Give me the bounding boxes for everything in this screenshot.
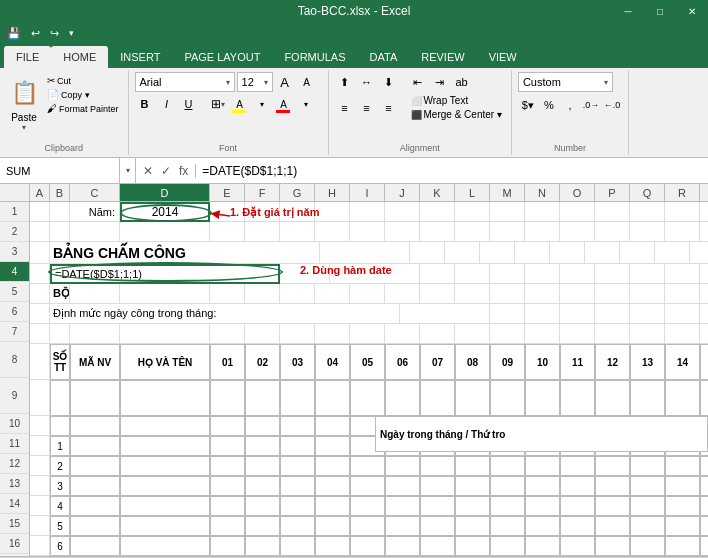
cell-e5[interactable] [210,284,245,304]
cell-g8[interactable]: 03 [280,344,315,380]
cell-k15[interactable] [420,516,455,536]
row-num-6[interactable]: 6 [0,302,29,322]
cell-l9[interactable] [455,380,490,416]
name-box[interactable]: SUM [0,158,120,183]
col-header-j[interactable]: J [385,184,420,201]
cell-i13[interactable] [350,476,385,496]
tab-data[interactable]: DATA [358,46,410,68]
fill-color-arrow[interactable]: ▾ [252,94,272,114]
cell-c12[interactable] [70,456,120,476]
tab-pagelayout[interactable]: PAGE LAYOUT [172,46,272,68]
cell-m4[interactable] [700,264,708,284]
cell-p5[interactable] [595,284,630,304]
row-num-9[interactable]: 9 [0,378,29,414]
cell-i11[interactable] [350,436,385,456]
cell-i5[interactable] [350,284,385,304]
cell-q2[interactable] [630,222,665,242]
cell-c11[interactable] [70,436,120,456]
cell-g16[interactable] [280,536,315,556]
cell-b1[interactable] [50,202,70,222]
cell-k2[interactable] [420,222,455,242]
cell-q12[interactable] [630,456,665,476]
cell-d9[interactable] [120,380,210,416]
cell-r7[interactable] [665,324,700,344]
cell-a15[interactable] [30,516,50,536]
cell-r16[interactable] [665,536,700,556]
cell-q1[interactable] [630,202,665,222]
cell-c5[interactable] [70,284,120,304]
cell-r14[interactable] [665,496,700,516]
cell-j5[interactable] [385,284,420,304]
cell-j6[interactable] [665,304,700,324]
cell-i10[interactable] [350,416,385,436]
indent-dec-btn[interactable]: ⇤ [408,72,428,92]
cell-m15[interactable] [490,516,525,536]
col-header-m[interactable]: M [490,184,525,201]
cell-p1[interactable] [595,202,630,222]
row-num-14[interactable]: 14 [0,494,29,514]
col-header-p[interactable]: P [595,184,630,201]
cell-m10[interactable] [490,416,525,436]
paste-btn[interactable]: 📋 Paste ▾ [6,72,42,134]
row-num-12[interactable]: 12 [0,454,29,474]
cell-k3[interactable] [620,242,655,264]
cell-b9[interactable] [50,380,70,416]
cell-a2[interactable] [30,222,50,242]
cell-p15[interactable] [595,516,630,536]
cell-d12[interactable] [120,456,210,476]
cell-e3[interactable] [410,242,445,264]
cell-r5[interactable] [665,284,700,304]
cell-j10[interactable] [385,416,420,436]
cell-l5[interactable] [455,284,490,304]
cell-e10[interactable] [210,416,245,436]
cell-n8[interactable]: 10 [525,344,560,380]
cell-s10[interactable] [700,416,708,436]
cell-s15[interactable] [700,516,708,536]
cell-o10[interactable] [560,416,595,436]
cell-c6[interactable] [350,304,400,324]
cell-g5[interactable] [280,284,315,304]
qa-redo[interactable]: ↪ [47,26,62,41]
row-num-5[interactable]: 5 [0,282,29,302]
cell-d11[interactable] [120,436,210,456]
font-color-btn[interactable]: A [274,94,294,114]
cell-m9[interactable] [490,380,525,416]
cell-c3[interactable] [270,242,320,264]
cell-f1[interactable] [245,202,280,222]
cell-b8[interactable]: SỐTT [50,344,70,380]
confirm-formula-btn[interactable]: ✓ [158,164,174,178]
cell-b11[interactable]: 1 [50,436,70,456]
cell-j7[interactable] [385,324,420,344]
cell-p12[interactable] [595,456,630,476]
cell-n13[interactable] [525,476,560,496]
cell-s16[interactable] [700,536,708,556]
col-header-e[interactable]: E [210,184,245,201]
cell-h14[interactable] [315,496,350,516]
cell-d3[interactable] [320,242,410,264]
cell-k1[interactable] [420,202,455,222]
cell-q5[interactable] [630,284,665,304]
cell-o13[interactable] [560,476,595,496]
cell-r11[interactable] [665,436,700,456]
cell-j12[interactable] [385,456,420,476]
col-header-s[interactable]: S [700,184,708,201]
row-num-2[interactable]: 2 [0,222,29,242]
cell-d14[interactable] [120,496,210,516]
cell-m13[interactable] [490,476,525,496]
row-num-10[interactable]: 10 [0,414,29,434]
cell-k13[interactable] [420,476,455,496]
cell-l15[interactable] [455,516,490,536]
number-format-box[interactable]: Custom ▾ [518,72,613,92]
cell-a8[interactable] [30,344,50,380]
cell-b16[interactable]: 6 [50,536,70,556]
row-num-15[interactable]: 15 [0,514,29,534]
cell-j11[interactable] [385,436,420,456]
cancel-formula-btn[interactable]: ✕ [140,164,156,178]
cell-d5[interactable] [120,284,210,304]
tab-home[interactable]: HOME [51,46,108,68]
cell-h7[interactable] [315,324,350,344]
cell-n14[interactable] [525,496,560,516]
indent-inc-btn[interactable]: ⇥ [430,72,450,92]
cell-b5[interactable]: BỘ PHẬN [50,284,70,304]
font-grow-btn[interactable]: A [275,72,295,92]
